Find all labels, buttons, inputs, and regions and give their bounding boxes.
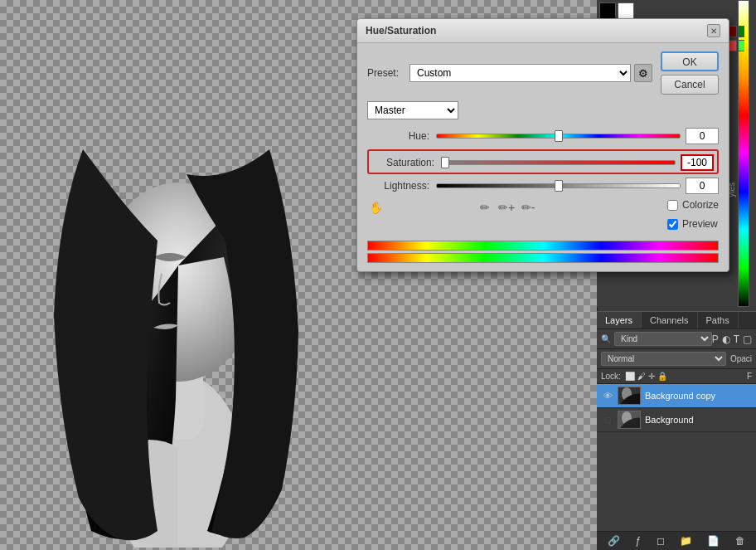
- gear-icon: ⚙: [638, 67, 648, 80]
- layer-visibility-2[interactable]: □: [601, 413, 614, 426]
- kind-filter-text[interactable]: T: [734, 333, 739, 345]
- layer-thumb-2: [618, 411, 641, 429]
- lightness-slider-container: [436, 178, 681, 194]
- preview-checkbox[interactable]: [667, 219, 678, 230]
- swatch-item[interactable]: [738, 26, 744, 37]
- saturation-label: Saturation:: [372, 157, 434, 168]
- color-bars: [367, 241, 719, 263]
- swatch-item[interactable]: [738, 40, 744, 51]
- tab-layers[interactable]: Layers: [597, 312, 642, 329]
- kind-filter-shape[interactable]: ▢: [743, 333, 752, 345]
- kind-filter-adj[interactable]: ◐: [722, 333, 730, 345]
- saturation-slider-thumb[interactable]: [441, 157, 449, 168]
- eyedropper-sub-tool[interactable]: ✏-: [520, 199, 536, 216]
- portrait-container: [0, 0, 356, 550]
- layer-name-1: Background copy: [645, 391, 752, 401]
- lock-row: Lock: ⬜ 🖌 ✛ 🔒 F: [597, 369, 756, 384]
- opacity-label: Opaci: [730, 354, 752, 363]
- saturation-value-input[interactable]: [681, 154, 714, 171]
- delete-layer-btn[interactable]: 🗑: [735, 535, 745, 547]
- lightness-label: Lightness:: [367, 180, 429, 192]
- hue-slider-thumb[interactable]: [555, 130, 563, 142]
- hue-label: Hue:: [367, 130, 429, 142]
- search-icon: 🔍: [601, 334, 611, 343]
- layers-bottom-bar: 🔗 ƒ ◻ 📁 📄 🗑: [597, 531, 756, 550]
- lock-transparent[interactable]: ⬜: [625, 372, 635, 381]
- dialog-body: Preset: Custom ⚙ OK Cancel Master Hue:: [357, 43, 729, 271]
- colorize-row: Colorize: [667, 199, 719, 211]
- hue-saturation-dialog: Hue/Saturation ✕ Preset: Custom ⚙ OK Can…: [356, 18, 729, 272]
- hue-row: Hue:: [367, 128, 719, 144]
- hue-slider-container: [436, 128, 681, 144]
- layer-thumb-1: [618, 387, 641, 405]
- layers-tabs: Layers Channels Paths: [597, 312, 756, 329]
- saturation-row: Saturation:: [372, 154, 714, 171]
- channel-row: Master: [367, 101, 719, 119]
- blend-mode-select[interactable]: Normal: [601, 352, 726, 366]
- layers-panel: Layers Channels Paths 🔍 Kind P ◐ T ▢ Nor…: [597, 311, 756, 550]
- new-group-btn[interactable]: 📁: [680, 535, 692, 547]
- lightness-row: Lightness:: [367, 178, 719, 194]
- layer-background[interactable]: □ Background: [597, 408, 756, 432]
- add-mask-btn[interactable]: ◻: [657, 535, 665, 547]
- layer-background-copy[interactable]: 👁 Background copy: [597, 384, 756, 408]
- hue-color-bar: [367, 241, 719, 251]
- lock-position[interactable]: ✛: [648, 372, 655, 381]
- layers-search-row: 🔍 Kind P ◐ T ▢: [597, 329, 756, 349]
- preview-label: Preview: [682, 218, 718, 230]
- lock-label: Lock:: [601, 372, 621, 381]
- dialog-title: Hue/Saturation: [366, 25, 436, 37]
- kind-select[interactable]: Kind: [614, 332, 712, 346]
- close-icon: ✕: [710, 27, 717, 36]
- saturation-highlight-box: Saturation:: [367, 149, 719, 174]
- blend-opacity-row: Normal Opaci: [597, 349, 756, 369]
- dialog-close-button[interactable]: ✕: [707, 24, 720, 37]
- colorize-checkbox[interactable]: [667, 200, 678, 211]
- saturation-slider-track: [441, 160, 676, 165]
- portrait-image: [25, 17, 340, 548]
- tab-paths[interactable]: Paths: [698, 312, 739, 329]
- tools-row: ✋ ✏ ✏+ ✏- Colorize Preview: [367, 199, 719, 234]
- new-layer-btn[interactable]: 📄: [707, 535, 720, 547]
- result-color-bar: [367, 253, 719, 263]
- saturation-slider-container: [441, 154, 676, 171]
- layer-name-2: Background: [645, 415, 752, 425]
- link-layers-btn[interactable]: 🔗: [608, 535, 620, 547]
- lightness-slider-thumb[interactable]: [555, 180, 563, 192]
- channel-select[interactable]: Master: [367, 101, 458, 119]
- options-checkboxes: Colorize Preview: [667, 199, 719, 234]
- hue-value-input[interactable]: [686, 128, 719, 144]
- lock-image[interactable]: 🖌: [637, 372, 646, 381]
- lock-all[interactable]: 🔒: [657, 372, 667, 381]
- hand-tool[interactable]: ✋: [367, 199, 384, 216]
- ok-button[interactable]: OK: [661, 51, 719, 71]
- lightness-value-input[interactable]: [686, 178, 719, 194]
- kind-filter-pixel[interactable]: P: [712, 333, 719, 345]
- preset-row: Preset: Custom ⚙ OK Cancel: [367, 51, 719, 95]
- eyedropper-tool[interactable]: ✏: [477, 199, 493, 216]
- layer-visibility-1[interactable]: 👁: [601, 389, 614, 402]
- add-style-btn[interactable]: ƒ: [636, 535, 642, 547]
- preset-gear-button[interactable]: ⚙: [634, 64, 652, 82]
- colorize-label: Colorize: [682, 199, 719, 211]
- preview-row: Preview: [667, 218, 719, 230]
- preset-select[interactable]: Custom: [410, 64, 631, 82]
- eyedropper-add-tool[interactable]: ✏+: [498, 199, 515, 216]
- dialog-titlebar: Hue/Saturation ✕: [357, 19, 729, 43]
- preset-label: Preset:: [367, 67, 405, 79]
- cancel-button[interactable]: Cancel: [661, 75, 719, 95]
- tab-channels[interactable]: Channels: [642, 312, 697, 329]
- fill-label: F: [747, 372, 752, 381]
